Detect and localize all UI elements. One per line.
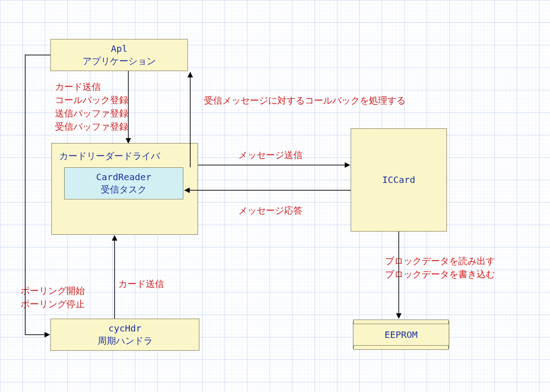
task-line2: 受信タスク [101,183,147,196]
label-msg-send: メッセージ送信 [238,149,302,162]
driver-title: カードリーダードライバ [59,150,160,162]
iccard-line1: ICCard [382,174,415,186]
diagram-canvas: Apl アプリケーション カードリーダードライバ CardReader 受信タス… [0,0,550,392]
cyc-line1: cycHdr [108,322,141,335]
apl-line1: Apl [111,43,127,55]
box-task: CardReader 受信タスク [64,167,183,199]
label-apl-to-driver: カード送信 コールバック登録 送信バッファ登録 受信バッファ登録 [55,80,128,133]
box-cyc: cycHdr 周期ハンドラ [50,319,199,351]
box-eeprom: EEPROM [353,321,449,348]
label-msg-resp: メッセージ応答 [238,204,302,217]
box-apl: Apl アプリケーション [50,39,188,71]
label-block-rw: ブロックデータを読み出す ブロックデータを書き込む [385,254,495,281]
label-card-send: カード送信 [118,277,164,291]
box-iccard: ICCard [351,128,447,232]
task-line1: CardReader [96,171,151,183]
label-polling: ポーリング開始 ポーリング停止 [21,284,85,311]
eeprom-line1: EEPROM [385,329,418,341]
label-callback: 受信メッセージに対するコールバックを処理する [204,94,406,107]
apl-line2: アプリケーション [82,55,156,67]
cyc-line2: 周期ハンドラ [98,335,153,347]
